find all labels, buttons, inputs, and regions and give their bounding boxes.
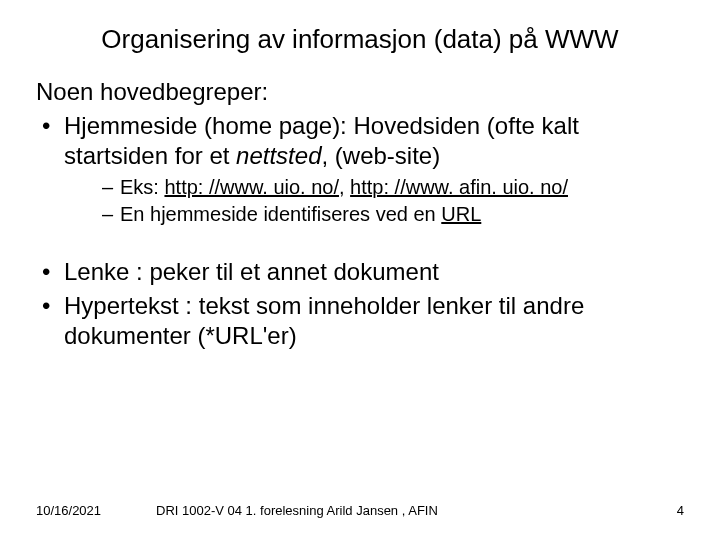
link-afin[interactable]: http: //www. afin. uio. no/ [350,176,568,198]
bullet-lenke: Lenke : peker til et annet dokument [36,257,684,287]
bullet-list-1: Hjemmeside (home page): Hovedsiden (ofte… [36,111,684,171]
text: , (web-site) [321,142,440,169]
slide: Organisering av informasjon (data) på WW… [0,0,720,540]
footer-date: 10/16/2021 [36,503,156,518]
lead-text: Noen hovedbegreper: [36,77,684,107]
text: En hjemmeside identifiseres ved en [120,203,441,225]
bullet-hjemmeside: Hjemmeside (home page): Hovedsiden (ofte… [36,111,684,171]
sub-eks: Eks: http: //www. uio. no/, http: //www.… [102,175,684,200]
slide-body: Noen hovedbegreper: Hjemmeside (home pag… [36,77,684,351]
footer: 10/16/2021 DRI 1002-V 04 1. forelesning … [36,503,684,518]
bullet-hypertekst: Hypertekst : tekst som inneholder lenker… [36,291,684,351]
sub-url: En hjemmeside identifiseres ved en URL [102,202,684,227]
bullet-list-2: Lenke : peker til et annet dokument Hype… [36,257,684,351]
link-uio[interactable]: http: //www. uio. no/ [164,176,339,198]
footer-center: DRI 1002-V 04 1. forelesning Arild Janse… [156,503,654,518]
text: , [339,176,350,198]
sub-list: Eks: http: //www. uio. no/, http: //www.… [36,175,684,227]
term-url: URL [441,203,481,225]
text: Eks: [120,176,164,198]
emphasis-nettsted: nettsted [236,142,321,169]
slide-title: Organisering av informasjon (data) på WW… [36,24,684,55]
page-number: 4 [654,503,684,518]
